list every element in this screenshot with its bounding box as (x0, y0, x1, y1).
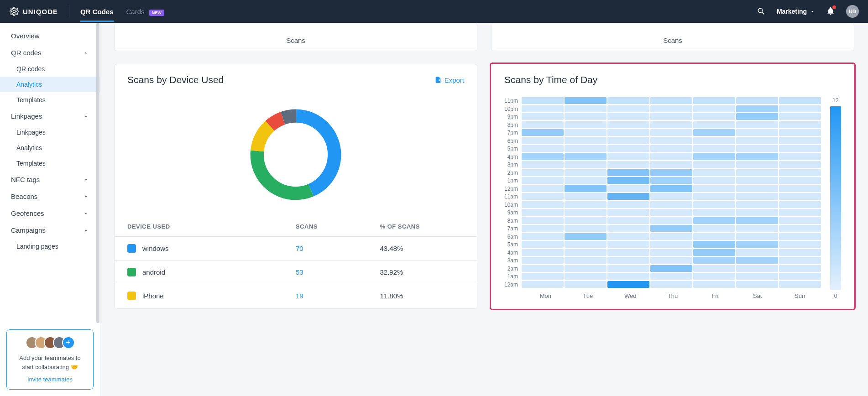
heatmap-cell[interactable] (522, 113, 564, 120)
heatmap-cell[interactable] (650, 177, 692, 184)
heatmap-cell[interactable] (779, 233, 821, 240)
heatmap-cell[interactable] (607, 185, 649, 192)
heatmap-cell[interactable] (779, 201, 821, 208)
heatmap-cell[interactable] (565, 225, 607, 232)
heatmap-cell[interactable] (522, 185, 564, 192)
heatmap-cell[interactable] (522, 201, 564, 208)
heatmap-cell[interactable] (650, 153, 692, 160)
heatmap-cell[interactable] (693, 209, 735, 216)
nav-cards[interactable]: Cards NEW (126, 1, 164, 22)
scan-count[interactable]: 19 (296, 292, 380, 300)
heatmap-cell[interactable] (565, 169, 607, 176)
heatmap-cell[interactable] (736, 137, 778, 144)
user-avatar[interactable]: UD (846, 5, 859, 18)
table-row[interactable]: android5332.92% (115, 260, 477, 284)
heatmap-cell[interactable] (650, 145, 692, 152)
heatmap-cell[interactable] (607, 209, 649, 216)
heatmap-cell[interactable] (650, 185, 692, 192)
heatmap-cell[interactable] (607, 257, 649, 264)
heatmap-cell[interactable] (522, 145, 564, 152)
heatmap-cell[interactable] (779, 121, 821, 128)
heatmap-cell[interactable] (522, 137, 564, 144)
heatmap-cell[interactable] (565, 97, 607, 104)
heatmap-cell[interactable] (736, 193, 778, 200)
heatmap-cell[interactable] (693, 241, 735, 248)
heatmap-cell[interactable] (522, 97, 564, 104)
heatmap-cell[interactable] (607, 105, 649, 112)
heatmap-cell[interactable] (779, 281, 821, 288)
heatmap-cell[interactable] (736, 169, 778, 176)
heatmap-cell[interactable] (650, 161, 692, 168)
heatmap-cell[interactable] (607, 161, 649, 168)
heatmap-cell[interactable] (565, 273, 607, 280)
heatmap-cell[interactable] (650, 241, 692, 248)
heatmap-cell[interactable] (693, 169, 735, 176)
heatmap-cell[interactable] (522, 121, 564, 128)
heatmap-cell[interactable] (779, 177, 821, 184)
invite-teammates-link[interactable]: Invite teammates (13, 376, 87, 383)
heatmap-cell[interactable] (693, 161, 735, 168)
heatmap-cell[interactable] (565, 105, 607, 112)
heatmap-cell[interactable] (650, 201, 692, 208)
sidebar-linkpages-sub[interactable]: Linkpages (0, 125, 100, 140)
heatmap-cell[interactable] (607, 241, 649, 248)
heatmap-cell[interactable] (565, 249, 607, 256)
heatmap-cell[interactable] (779, 225, 821, 232)
heatmap-cell[interactable] (565, 161, 607, 168)
heatmap-cell[interactable] (565, 241, 607, 248)
scan-count[interactable]: 70 (296, 245, 380, 252)
heatmap-cell[interactable] (607, 225, 649, 232)
heatmap-cell[interactable] (736, 145, 778, 152)
scan-count[interactable]: 53 (296, 268, 380, 276)
heatmap-cell[interactable] (693, 153, 735, 160)
heatmap-cell[interactable] (607, 145, 649, 152)
nav-qr-codes[interactable]: QR Codes (80, 1, 114, 22)
heatmap-cell[interactable] (779, 97, 821, 104)
heatmap-cell[interactable] (522, 153, 564, 160)
heatmap-cell[interactable] (650, 121, 692, 128)
heatmap-cell[interactable] (650, 233, 692, 240)
heatmap-cell[interactable] (736, 281, 778, 288)
heatmap-cell[interactable] (522, 105, 564, 112)
heatmap-cell[interactable] (736, 257, 778, 264)
heatmap-cell[interactable] (693, 233, 735, 240)
heatmap-cell[interactable] (607, 153, 649, 160)
heatmap-cell[interactable] (736, 225, 778, 232)
heatmap-cell[interactable] (736, 273, 778, 280)
heatmap-cell[interactable] (779, 265, 821, 272)
heatmap-cell[interactable] (650, 97, 692, 104)
heatmap-cell[interactable] (650, 105, 692, 112)
heatmap-cell[interactable] (779, 217, 821, 224)
heatmap-cell[interactable] (607, 129, 649, 136)
heatmap-cell[interactable] (522, 249, 564, 256)
heatmap-cell[interactable] (693, 257, 735, 264)
heatmap-cell[interactable] (779, 169, 821, 176)
sidebar-scrollbar[interactable] (96, 23, 99, 323)
heatmap-cell[interactable] (522, 257, 564, 264)
heatmap-cell[interactable] (779, 129, 821, 136)
heatmap-cell[interactable] (693, 145, 735, 152)
heatmap-cell[interactable] (779, 105, 821, 112)
heatmap-cell[interactable] (522, 273, 564, 280)
sidebar-templates[interactable]: Templates (0, 92, 100, 108)
heatmap-cell[interactable] (607, 97, 649, 104)
heatmap-cell[interactable] (779, 273, 821, 280)
heatmap-cell[interactable] (650, 257, 692, 264)
sidebar-linkpages[interactable]: Linkpages (0, 108, 100, 125)
heatmap-cell[interactable] (779, 193, 821, 200)
heatmap-cell[interactable] (565, 201, 607, 208)
heatmap-cell[interactable] (565, 137, 607, 144)
heatmap-cell[interactable] (779, 145, 821, 152)
sidebar-analytics[interactable]: Analytics (0, 77, 100, 92)
sidebar-beacons[interactable]: Beacons (0, 188, 100, 205)
heatmap-cell[interactable] (607, 177, 649, 184)
table-row[interactable]: windows7043.48% (115, 236, 477, 260)
heatmap-cell[interactable] (522, 129, 564, 136)
heatmap-cell[interactable] (693, 273, 735, 280)
heatmap-cell[interactable] (607, 217, 649, 224)
heatmap-cell[interactable] (779, 113, 821, 120)
heatmap-cell[interactable] (693, 185, 735, 192)
heatmap-cell[interactable] (693, 281, 735, 288)
heatmap-cell[interactable] (779, 209, 821, 216)
heatmap-cell[interactable] (607, 169, 649, 176)
